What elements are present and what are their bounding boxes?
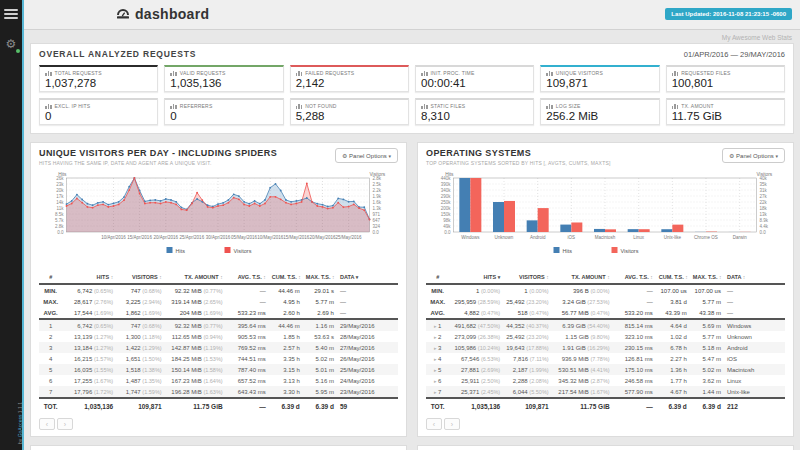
- os-bar-chart: 0.00.049k4.4k98k8.9k150k13k200k18k250k22…: [426, 170, 785, 268]
- metric-requested-files: Requested Files100,801: [666, 65, 785, 92]
- svg-text:290k: 290k: [441, 194, 452, 199]
- metric-value: 5,288: [296, 110, 403, 122]
- metric-label: Valid Requests: [170, 70, 277, 76]
- metric-excl-ip-hits: Excl. IP Hits0: [39, 98, 158, 125]
- date-range: 01/Apr/2016 — 29/May/2016: [684, 50, 785, 59]
- bar-chart-icon: [546, 71, 553, 76]
- sort-icon: ↕: [719, 274, 722, 280]
- metric-label: Static Files: [421, 103, 528, 109]
- svg-text:Windows: Windows: [461, 235, 480, 240]
- svg-text:27k: 27k: [760, 194, 768, 199]
- panel-options-button[interactable]: ⚙ Panel Options ▾: [335, 148, 398, 163]
- metric-value: 109,871: [546, 77, 653, 89]
- column-header[interactable]: Avg. T.S. ↕: [613, 271, 656, 284]
- sort-desc-icon: ▾: [498, 274, 501, 280]
- accent-line: [22, 0, 24, 450]
- column-header[interactable]: Tx. Amount ↕: [165, 271, 226, 284]
- column-header[interactable]: Cum. T.S. ↕: [269, 271, 303, 284]
- sort-icon: ↕: [263, 274, 266, 280]
- svg-text:200k: 200k: [441, 206, 452, 211]
- svg-text:150k: 150k: [441, 212, 452, 217]
- prev-page-button[interactable]: ‹: [426, 418, 442, 430]
- sort-icon: ↕: [685, 274, 688, 280]
- expand-row-icon[interactable]: ▸: [434, 356, 437, 362]
- sort-icon: ↕: [650, 274, 653, 280]
- site-name: My Awesome Web Stats: [30, 34, 792, 41]
- expand-row-icon[interactable]: ▸: [434, 345, 437, 351]
- svg-text:05/May/2016: 05/May/2016: [231, 235, 258, 240]
- next-page-button[interactable]: ›: [444, 418, 460, 430]
- column-header[interactable]: Hits ▾: [449, 271, 503, 284]
- table-row: 213,139 (1.27%)1,300 (1.18%)112.65 MiB (…: [39, 331, 398, 342]
- bar-chart-svg: 0.00.049k4.4k98k8.9k150k13k200k18k250k22…: [426, 170, 785, 264]
- svg-text:10/Apr/2016: 10/Apr/2016: [101, 235, 126, 240]
- expand-row-icon[interactable]: ▸: [434, 378, 437, 384]
- svg-text:25/Apr/2016: 25/Apr/2016: [180, 235, 205, 240]
- column-header[interactable]: Visitors ↕: [503, 271, 551, 284]
- prev-page-button[interactable]: ‹: [39, 418, 55, 430]
- sort-icon: ↕: [220, 274, 223, 280]
- table-row: 516,035 (1.55%)1,518 (1.38%)150.14 MiB (…: [39, 364, 398, 375]
- sort-icon: ↕: [298, 274, 301, 280]
- metric-grid: Total Requests1,037,278Valid Requests1,0…: [39, 65, 785, 125]
- svg-text:Visitors: Visitors: [757, 172, 773, 177]
- metric-init-proc-time: Init. Proc. Time00:00:41: [415, 65, 534, 92]
- column-header[interactable]: Max. T.S. ↕: [690, 271, 724, 284]
- svg-text:30/Apr/2016: 30/Apr/2016: [206, 235, 231, 240]
- svg-text:31k: 31k: [760, 188, 768, 193]
- os-panel-title: Operating Systems: [426, 148, 611, 158]
- column-header[interactable]: Max. T.S. ↕: [303, 271, 337, 284]
- bar-chart-icon: [672, 104, 679, 109]
- svg-text:0.0: 0.0: [373, 230, 380, 235]
- expand-row-icon[interactable]: ▸: [434, 389, 437, 395]
- summary-row: MIN.1 (0.00%)1 (0.00%)396 B (0.00%)—107.…: [426, 284, 785, 296]
- svg-text:17k: 17k: [56, 194, 64, 199]
- column-header[interactable]: Cum. T.S. ↕: [656, 271, 690, 284]
- table-row: 313,184 (1.27%)1,422 (1.29%)142.87 MiB (…: [39, 342, 398, 353]
- column-header[interactable]: #: [39, 271, 62, 284]
- panel-options-button[interactable]: ⚙ Panel Options ▾: [722, 148, 785, 163]
- metric-value: 11.75 GiB: [672, 110, 779, 122]
- data-table: #Hits ▾Visitors ↕Tx. Amount ↕Avg. T.S. ↕…: [426, 271, 785, 414]
- table-row: ▸ 467,546 (6.53%)7,816 (7.11%)936.9 MiB …: [426, 353, 785, 364]
- column-header[interactable]: #: [426, 271, 449, 284]
- svg-text:18k: 18k: [760, 206, 768, 211]
- metric-not-found: Not Found5,288: [290, 98, 409, 125]
- svg-text:Unix-like: Unix-like: [664, 235, 682, 240]
- svg-text:Hits: Hits: [445, 172, 454, 177]
- svg-text:35k: 35k: [760, 182, 768, 187]
- svg-text:15/Apr/2016: 15/Apr/2016: [127, 235, 152, 240]
- metric-failed-requests: Failed Requests2,142: [290, 65, 409, 92]
- visitors-area-chart: 0.00.02.8k3245.7k6478.5k97111k1.3k14k1.6…: [39, 170, 398, 268]
- status-dot: [16, 49, 20, 53]
- column-header[interactable]: Data ▾: [337, 271, 398, 284]
- column-header[interactable]: Data ↕: [724, 271, 785, 284]
- svg-text:1.9k: 1.9k: [373, 194, 382, 199]
- svg-text:22k: 22k: [760, 200, 768, 205]
- settings-gear-icon[interactable]: ⚙: [4, 37, 18, 51]
- table-row: ▸ 2273,099 (26.38%)25,492 (23.20%)1.15 G…: [426, 331, 785, 342]
- metric-value: 100,801: [672, 77, 779, 89]
- column-header[interactable]: Visitors ↕: [116, 271, 164, 284]
- sort-icon: ↕: [607, 274, 610, 280]
- bar-chart-icon: [672, 71, 679, 76]
- bar-chart-icon: [170, 104, 177, 109]
- last-updated-badge: Last Updated: 2016-11-08 21:23:15 -0600: [665, 8, 792, 20]
- column-header[interactable]: Tx. Amount ↕: [552, 271, 613, 284]
- column-header[interactable]: Avg. T.S. ↕: [226, 271, 269, 284]
- expand-row-icon[interactable]: ▸: [434, 334, 437, 340]
- metric-label: Failed Requests: [296, 70, 403, 76]
- svg-text:Hits: Hits: [58, 172, 67, 177]
- column-header[interactable]: Hits ↕: [62, 271, 116, 284]
- svg-text:5.7k: 5.7k: [55, 218, 64, 223]
- svg-text:iOS: iOS: [568, 235, 576, 240]
- menu-icon[interactable]: [4, 9, 18, 19]
- expand-row-icon[interactable]: ▸: [434, 323, 437, 329]
- next-page-button[interactable]: ›: [57, 418, 73, 430]
- svg-text:Darwin: Darwin: [733, 235, 748, 240]
- expand-row-icon[interactable]: ▸: [434, 367, 437, 373]
- metric-label: Referrers: [170, 103, 277, 109]
- metric-value: 00:00:41: [421, 77, 528, 89]
- gear-icon: ⚙: [342, 153, 347, 159]
- sort-icon: ↕: [546, 274, 549, 280]
